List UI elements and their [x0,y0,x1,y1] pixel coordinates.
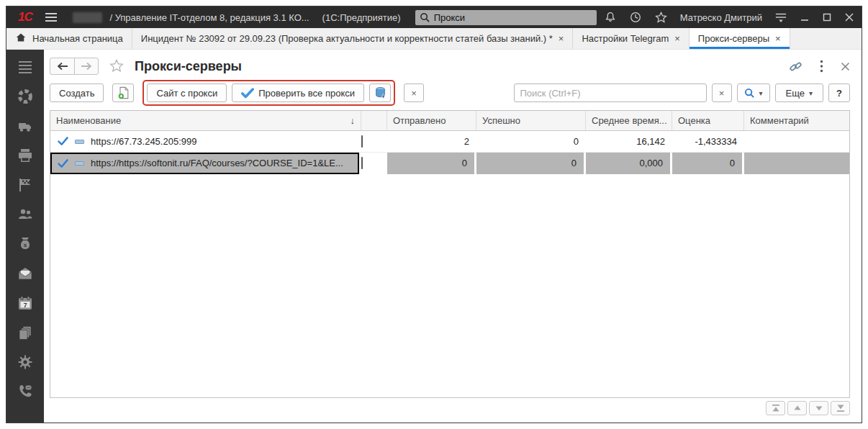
tab-incident-label: Инцидент № 23092 от 29.09.23 (Проверка а… [141,33,553,44]
column-header-score[interactable]: Оценка [672,111,744,131]
maximize-button[interactable] [822,12,832,22]
table-header-row: Наименование ↓ Отправлено Успешно Средне… [50,111,849,131]
main-menu-icon[interactable] [45,13,57,22]
sections-sidebar: s 7 [6,50,44,423]
create-button[interactable]: Создать [50,83,104,102]
search-icon [420,12,430,23]
proxy-url: https://https://softonit.ru/FAQ/courses/… [91,153,343,174]
go-top-button[interactable] [766,401,785,415]
forward-button[interactable] [74,58,98,74]
clear-x-button[interactable]: × [404,83,424,102]
table-row[interactable]: https://67.73.245.205:999 2 0 16,142 -1,… [50,131,849,153]
tab-proxy-close-icon[interactable]: × [775,34,781,43]
active-check-icon [58,159,68,168]
close-window-button[interactable] [844,12,854,22]
avg-time-value: 16,142 [586,131,672,153]
check-all-label: Проверить все прокси [258,88,355,99]
home-icon [15,32,27,45]
tab-home-label: Начальная страница [32,33,123,44]
documents-icon[interactable] [17,325,33,340]
column-header-comment[interactable]: Комментарий [744,111,849,131]
service-menu-icon[interactable] [774,12,787,23]
list-search-box[interactable] [514,83,707,102]
go-bottom-button[interactable] [831,401,850,415]
delivery-truck-icon[interactable] [17,118,33,134]
help-button[interactable]: ? [828,83,850,102]
go-down-button[interactable] [809,401,828,415]
close-form-icon[interactable] [841,62,850,71]
svg-text:7: 7 [24,302,27,309]
user-name[interactable]: Матреско Дмитрий [680,12,762,23]
sent-value: 2 [387,131,476,153]
form-favorite-star-icon[interactable] [109,58,125,74]
page-title: Прокси-серверы [135,59,242,74]
list-scroll-nav [766,401,850,415]
search-menu-button[interactable]: ▾ [737,83,770,102]
history-nav-buttons [50,58,99,75]
tab-incident-close-icon[interactable]: × [559,34,564,43]
tab-proxy-label: Прокси-серверы [698,33,769,44]
app-window: 1С / Управление IT-отделом 8, редакция 3… [6,6,862,423]
more-label: Еще [786,88,805,99]
notifications-bell-icon[interactable] [604,11,617,24]
app-title: / Управление IT-отделом 8, редакция 3.1 … [109,12,309,23]
redacted-base-name [73,12,103,23]
column-header-avg-time[interactable]: Среднее время... [586,111,672,131]
check-all-proxies-button[interactable]: Проверить все прокси [232,83,364,102]
functions-menu-icon[interactable] [17,59,33,75]
table-row-selected[interactable]: https://https://softonit.ru/FAQ/courses/… [50,153,849,174]
clear-search-button[interactable]: × [712,83,732,102]
column-header-sent[interactable]: Отправлено [387,111,476,131]
proxy-list-table: Наименование ↓ Отправлено Успешно Средне… [50,110,850,398]
list-search-input[interactable] [520,88,700,99]
check-icon [241,88,254,99]
create-by-copy-button[interactable] [112,83,134,102]
calendar-7-icon[interactable]: 7 [17,295,33,311]
tab-bar: Начальная страница Инцидент № 23092 от 2… [6,28,862,50]
sent-value: 0 [387,153,476,174]
global-search-box[interactable] [415,10,597,25]
back-button[interactable] [50,58,74,74]
active-check-icon [58,137,68,146]
1c-logo: 1С [14,10,32,24]
more-dots-icon[interactable] [820,60,823,73]
history-icon[interactable] [629,11,642,24]
more-actions-button[interactable]: Еще ▾ [775,83,823,102]
tab-home[interactable]: Начальная страница [6,28,132,49]
app-kind-label: (1С:Предприятие) [322,12,401,23]
flag-icon[interactable] [17,177,33,193]
flag-checkbox[interactable] [361,157,363,169]
proxy-url: https://67.73.245.205:999 [91,131,196,153]
load-proxies-db-button[interactable] [369,83,391,102]
printer-icon[interactable] [17,148,33,163]
global-search-input[interactable] [434,12,592,23]
column-header-success[interactable]: Успешно [476,111,586,131]
list-item-icon [75,140,84,144]
money-bag-icon[interactable]: s [17,236,33,252]
column-header-name[interactable]: Наименование ↓ [50,111,361,131]
users-icon[interactable] [17,207,33,222]
svg-text:s: s [24,242,27,248]
tab-telegram-close-icon[interactable]: × [674,34,680,43]
get-link-icon[interactable] [789,60,803,73]
flag-checkbox[interactable] [361,135,363,148]
site-with-proxy-button[interactable]: Сайт с прокси [147,83,227,102]
support-ring-icon[interactable] [17,89,33,104]
tab-proxy-servers[interactable]: Прокси-серверы × [690,28,790,49]
go-up-button[interactable] [787,401,807,415]
sort-desc-icon: ↓ [351,111,356,130]
column-header-flag[interactable] [361,111,387,131]
chevron-down-icon: ▾ [759,89,763,97]
score-value: -1,433334 [672,131,744,153]
search-icon [744,88,755,99]
success-value: 0 [476,153,586,174]
phone-chat-icon[interactable] [17,384,33,399]
tab-telegram[interactable]: Настройки Telegram × [573,28,689,49]
success-value: 0 [476,131,586,153]
tab-incident[interactable]: Инцидент № 23092 от 29.09.23 (Проверка а… [132,28,574,49]
minimize-button[interactable] [800,12,810,22]
chevron-down-icon: ▾ [809,89,813,97]
gear-icon[interactable] [17,354,33,370]
favorites-star-icon[interactable] [654,11,668,24]
mail-icon[interactable] [17,266,33,281]
